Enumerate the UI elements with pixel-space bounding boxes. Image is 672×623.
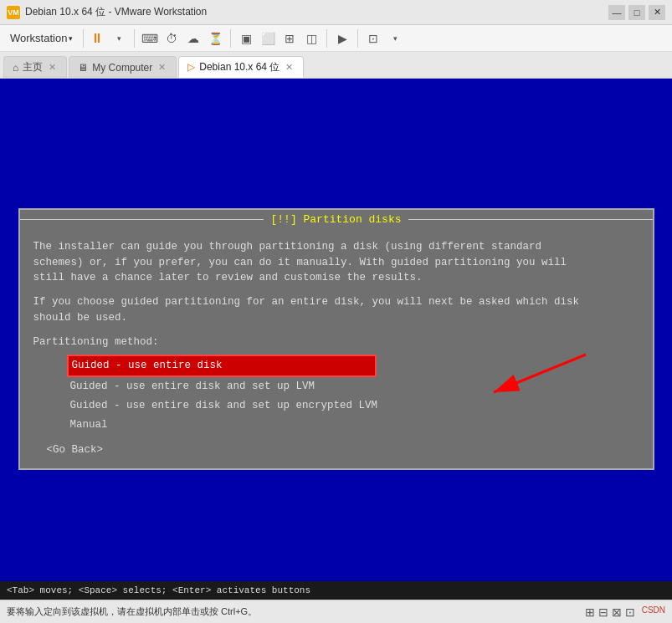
keyboard-hint: <Tab> moves; <Space> selects; <Enter> ac… xyxy=(7,585,310,595)
tab-my-computer-close[interactable]: ✕ xyxy=(156,62,167,73)
taskbar-icon-3[interactable]: ⊠ xyxy=(612,605,622,619)
send-ctrl-alt-del-button[interactable]: ⌨ xyxy=(140,28,160,49)
close-button[interactable]: ✕ xyxy=(649,5,665,20)
full-screen-button[interactable]: ⬜ xyxy=(258,28,278,49)
minimize-button[interactable]: — xyxy=(608,5,625,20)
title-bar: VM Debian 10.x 64 位 - VMware Workstation… xyxy=(0,0,672,25)
dialog-para1: The installer can guide you through part… xyxy=(33,239,639,286)
tab-debian-close[interactable]: ✕ xyxy=(284,62,295,73)
menu-separator xyxy=(83,29,84,48)
tab-home-label: 主页 xyxy=(23,60,43,74)
tab-my-computer[interactable]: 🖥 My Computer ✕ xyxy=(69,56,177,78)
csdn-label: CSDN xyxy=(642,605,665,619)
taskbar-icon-1[interactable]: ⊞ xyxy=(585,605,595,619)
taskbar-icon-2[interactable]: ⊟ xyxy=(598,605,608,619)
option-guided-entire-disk[interactable]: Guided - use entire disk xyxy=(67,355,377,377)
dialog-content: The installer can guide you through part… xyxy=(20,229,653,468)
workstation-label: Workstation xyxy=(10,32,67,44)
toolbar-sep3 xyxy=(326,29,327,48)
tab-my-computer-label: My Computer xyxy=(92,62,152,74)
home-icon: ⌂ xyxy=(13,62,18,74)
bottom-message: 要将输入定向到该虚拟机，请在虚拟机内部单击或按 Ctrl+G。 xyxy=(7,605,257,618)
window-title: Debian 10.x 64 位 - VMware Workstation xyxy=(25,5,608,19)
dialog-para2: If you choose guided partitioning for an… xyxy=(33,294,639,326)
pause-button[interactable]: ⏸ xyxy=(87,28,107,49)
restore-button[interactable]: ☁ xyxy=(183,28,203,49)
option-guided-lvm[interactable]: Guided - use entire disk and set up LVM xyxy=(67,377,639,396)
vmware-icon: VM xyxy=(7,6,20,19)
tab-home-close[interactable]: ✕ xyxy=(47,62,58,73)
bottom-bar: 要将输入定向到该虚拟机，请在虚拟机内部单击或按 Ctrl+G。 ⊞ ⊟ ⊠ ⊡ … xyxy=(0,600,672,623)
prefs-button[interactable]: ◫ xyxy=(301,28,321,49)
tab-debian[interactable]: ▷ Debian 10.x 64 位 ✕ xyxy=(178,56,304,78)
unity-button[interactable]: ⊞ xyxy=(280,28,300,49)
vm-settings-button[interactable]: ⊡ xyxy=(363,28,383,49)
dialog-title-bar: [!!] Partition disks xyxy=(20,210,653,229)
main-area[interactable]: [!!] Partition disks The installer can g… xyxy=(0,79,672,600)
title-line-left xyxy=(20,219,264,220)
option-guided-encrypted-lvm[interactable]: Guided - use entire disk and set up encr… xyxy=(67,396,639,416)
menu-bar: Workstation ▾ ⏸ ▾ ⌨ ⏱ ☁ ⏳ ▣ ⬜ ⊞ ◫ ▶ ⊡ ▾ xyxy=(0,25,672,52)
console-button[interactable]: ▶ xyxy=(332,28,352,49)
tab-debian-label: Debian 10.x 64 位 xyxy=(199,60,280,74)
toolbar-sep4 xyxy=(357,29,358,48)
suspend-button[interactable]: ⏳ xyxy=(205,28,225,49)
title-line-right xyxy=(408,219,653,220)
workstation-menu[interactable]: Workstation ▾ xyxy=(3,28,80,48)
vm-settings-chevron[interactable]: ▾ xyxy=(385,28,405,49)
installer-dialog: [!!] Partition disks The installer can g… xyxy=(18,208,654,470)
pause-chevron[interactable]: ▾ xyxy=(109,28,129,49)
taskbar-icon-4[interactable]: ⊡ xyxy=(625,605,635,619)
tab-home[interactable]: ⌂ 主页 ✕ xyxy=(3,56,67,78)
vm-status-bar: <Tab> moves; <Space> selects; <Enter> ac… xyxy=(0,581,672,600)
workstation-chevron: ▾ xyxy=(69,34,73,43)
go-back-button[interactable]: <Go Back> xyxy=(47,442,639,458)
toolbar-sep1 xyxy=(134,29,135,48)
toolbar-sep2 xyxy=(230,29,231,48)
partitioning-label: Partitioning method: xyxy=(33,334,639,350)
fit-guest-button[interactable]: ▣ xyxy=(236,28,256,49)
debian-tab-icon: ▷ xyxy=(187,61,195,73)
maximize-button[interactable]: □ xyxy=(628,5,645,20)
tabs-bar: ⌂ 主页 ✕ 🖥 My Computer ✕ ▷ Debian 10.x 64 … xyxy=(0,52,672,79)
bottom-right-icons: ⊞ ⊟ ⊠ ⊡ CSDN xyxy=(585,605,665,619)
window-controls: — □ ✕ xyxy=(608,5,665,20)
toolbar: ⏸ ▾ ⌨ ⏱ ☁ ⏳ ▣ ⬜ ⊞ ◫ ▶ ⊡ ▾ xyxy=(87,28,669,49)
dialog-title: [!!] Partition disks xyxy=(264,213,408,226)
computer-icon: 🖥 xyxy=(78,62,88,74)
snapshot-button[interactable]: ⏱ xyxy=(162,28,182,49)
options-list: Guided - use entire disk Guided - use en… xyxy=(67,355,639,434)
option-manual[interactable]: Manual xyxy=(67,416,639,435)
